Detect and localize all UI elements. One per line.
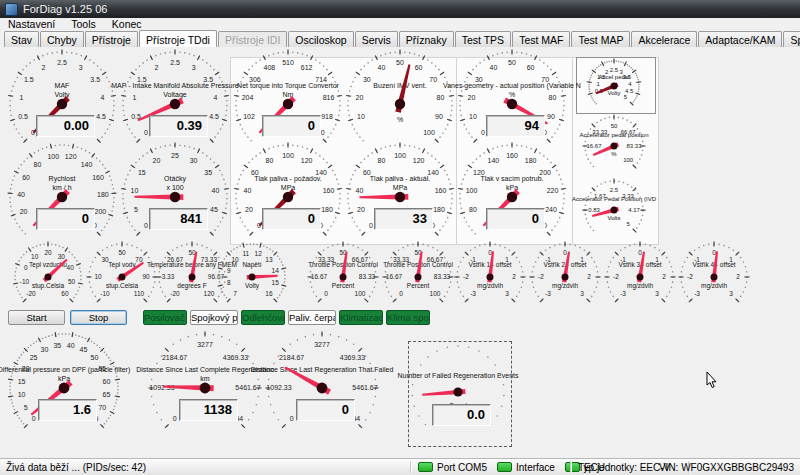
button-posilova-z-[interactable]: Posilovač říz.	[143, 310, 187, 325]
gauge-vstrik2[interactable]: -3-2-10123Vstřik 2 - offsetmg/zdvih	[532, 244, 598, 310]
svg-text:-3: -3	[545, 290, 551, 297]
tab-p-znaky[interactable]: Příznaky	[399, 31, 454, 47]
tab-adaptace-kam[interactable]: Adaptace/KAM	[698, 31, 782, 47]
gauge-geometry[interactable]: 0102030405060708090100Vanes geometry - a…	[460, 52, 564, 156]
svg-text:Distance Since Last Regenerati: Distance Since Last Regeneration That Fa…	[251, 366, 394, 374]
svg-text:Volty: Volty	[607, 90, 620, 96]
svg-text:510: 510	[282, 59, 294, 66]
svg-text:0: 0	[563, 249, 567, 256]
tab-p-stroje-tddi[interactable]: Přístroje TDdi	[139, 30, 217, 47]
gauge-tlak_poz[interactable]: 020406080100120140160180200Tlak paliva -…	[236, 145, 340, 249]
tab-p-stroje[interactable]: Přístroje	[85, 31, 138, 47]
menu-item-nastaveni[interactable]: Nastavení	[0, 18, 63, 30]
svg-text:0: 0	[481, 129, 485, 136]
tab-stav[interactable]: Stav	[4, 31, 39, 47]
gauge-maf[interactable]: 00.511.522.533.544.55MAFVolty	[10, 52, 114, 156]
button-start[interactable]: Start	[8, 310, 65, 325]
svg-text:70: 70	[429, 76, 437, 83]
gauge-napeti[interactable]: 78910111213141516NapětíVolty	[219, 244, 285, 310]
svg-text:stup.Celsia: stup.Celsia	[106, 282, 139, 290]
tab-servis[interactable]: Servis	[355, 31, 398, 47]
svg-text:100: 100	[355, 290, 366, 297]
button-klimatizace[interactable]: Klimatizace	[339, 310, 383, 325]
svg-text:30: 30	[58, 253, 66, 260]
tab-test-maf[interactable]: Test MAF	[512, 31, 570, 47]
ecu-unit-type: Typ jednotky: EEC-V	[578, 462, 670, 473]
svg-text:0: 0	[290, 415, 294, 422]
svg-text:3277: 3277	[314, 341, 330, 348]
svg-text:2.5: 2.5	[610, 187, 619, 193]
button-stop[interactable]: Stop	[70, 310, 127, 325]
svg-text:10: 10	[31, 253, 39, 260]
svg-text:160: 160	[323, 187, 335, 194]
gauge-torque[interactable]: 1022043064085106127148169181020Net torqu…	[236, 52, 340, 156]
svg-text:918: 918	[321, 113, 333, 120]
tab-test-map[interactable]: Test MAP	[571, 31, 630, 47]
gauge-fmem[interactable]: -203.3326.675073.3396.67120Temperature b…	[159, 244, 225, 310]
gauge-regen2[interactable]: 01092.332184.6732774369.335461.676554Dis…	[268, 334, 376, 442]
gauge-regen_km[interactable]: 01092.332184.6732774369.335461.676554Dis…	[151, 334, 259, 442]
gauge-vstrik3[interactable]: -3-2-10123Vstřik 3 - offsetmg/zdvih	[607, 244, 673, 310]
svg-text:30: 30	[363, 76, 371, 83]
svg-text:30: 30	[41, 346, 49, 353]
mouse-cursor	[706, 372, 718, 390]
gauge-vstrik1[interactable]: -3-2-10123Vstřik 1 - offsetmg/zdvih	[457, 244, 523, 310]
gauge-tlak_akt[interactable]: 020406080100120140160180200Tlak paliva -…	[348, 145, 452, 249]
svg-text:35: 35	[204, 169, 212, 176]
svg-text:10: 10	[357, 113, 365, 120]
svg-text:4: 4	[101, 94, 105, 101]
svg-text:816: 816	[323, 94, 335, 101]
gauge-accel_pos[interactable]: 16.6733.335066.6783.33100Accelerator ped…	[585, 117, 643, 175]
gauge-dpf[interactable]: 051015202530354045505560657075Differenti…	[10, 334, 118, 442]
svg-text:80: 80	[34, 161, 42, 168]
gauge-rychlost[interactable]: 20406080100120140160180200220Rychlostkm …	[10, 145, 114, 249]
svg-text:Napětí: Napětí	[242, 261, 261, 269]
button-paliv-erpadlo[interactable]: Paliv. čerpadlo	[288, 310, 336, 325]
gauge-tpc2[interactable]: 016.6733.335066.6783.33100Throttle Posit…	[385, 244, 451, 310]
tab-akcelerace[interactable]: Akcelerace	[631, 31, 697, 47]
button-klima-spojka[interactable]: Klima spojka	[386, 310, 430, 325]
gauge-accel_pedal[interactable]: 0.511.522.533.544.55Accel pedalVolty	[589, 61, 639, 111]
interface-led-icon	[497, 462, 512, 472]
menu-item-tools[interactable]: Tools	[63, 18, 104, 30]
svg-text:5: 5	[24, 404, 28, 411]
svg-text:%: %	[611, 151, 617, 157]
menu-item-konec[interactable]: Konec	[104, 18, 150, 30]
gauge-tlak_saci[interactable]: 80100120140160180200220240260Tlak v sací…	[460, 145, 564, 249]
svg-text:120: 120	[413, 157, 425, 164]
svg-text:40: 40	[67, 264, 75, 271]
svg-text:2: 2	[662, 273, 666, 280]
svg-text:13: 13	[265, 256, 273, 263]
indicator-label: Interface	[516, 462, 555, 473]
tab-osciloskop[interactable]: Osciloskop	[288, 31, 353, 47]
gauge-vstrik4[interactable]: -3-2-10123Vstřik 4 - offsetmg/zdvih	[681, 244, 747, 310]
gauge-tepl_vody[interactable]: -101030507090110Tepl vodystup.Celsia	[89, 244, 155, 310]
gauge-imv[interactable]: 102030405060708090100Buzení IMV vent.%	[348, 52, 452, 156]
svg-text:10: 10	[469, 113, 477, 120]
button-spojkov-ped-[interactable]: Spojkový ped.	[190, 310, 238, 325]
gauge-accel_ivd[interactable]: 0.831.672.53.334.175Accelerator Pedal Po…	[585, 181, 643, 239]
svg-text:15: 15	[18, 378, 26, 385]
gauge-tepl_vzduchu[interactable]: -20-100102030405060Tepl vzduchustup.Cels…	[15, 244, 81, 310]
svg-text:Number of Failed Regeneration: Number of Failed Regeneration Events	[397, 372, 519, 380]
svg-text:50: 50	[91, 354, 99, 361]
svg-text:20: 20	[44, 249, 52, 256]
svg-text:10: 10	[231, 256, 239, 263]
gauge-otacky[interactable]: 05101520253035404550Otáčkyx 100	[123, 145, 227, 249]
gauge-tpc1[interactable]: 016.6733.335066.6783.33100Throttle Posit…	[310, 244, 376, 310]
svg-text:2184.67: 2184.67	[162, 354, 187, 361]
svg-text:Net torque into Torque Convert: Net torque into Torque Convertor	[237, 82, 339, 90]
svg-text:3277: 3277	[197, 341, 213, 348]
svg-text:Voltage: Voltage	[163, 91, 186, 99]
button-odleh-ovac-ped-[interactable]: Odlehčovací ped.	[241, 310, 285, 325]
svg-text:4.5: 4.5	[625, 88, 634, 94]
tab-chyby[interactable]: Chyby	[40, 31, 84, 47]
gauge-map[interactable]: 00.511.522.533.544.55MAP - Intake Manifo…	[123, 52, 227, 156]
svg-text:2: 2	[587, 273, 591, 280]
svg-text:5: 5	[626, 221, 630, 227]
svg-text:Accelerator pedal position: Accelerator pedal position	[579, 132, 648, 138]
svg-text:5: 5	[134, 206, 138, 213]
svg-text:140: 140	[81, 161, 93, 168]
tab-speci-l[interactable]: Speciál	[783, 31, 800, 47]
tab-test-tps[interactable]: Test TPS	[455, 31, 511, 47]
